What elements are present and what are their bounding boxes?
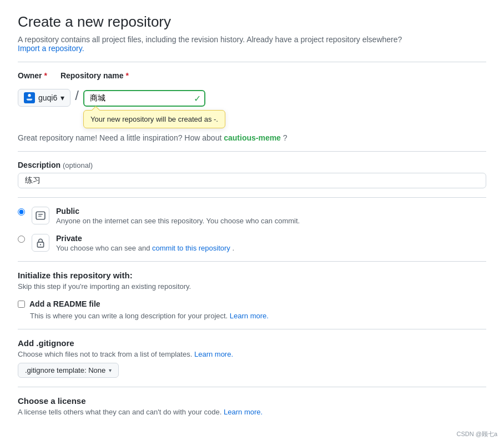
visibility-section: Public Anyone on the internet can see th… — [18, 207, 486, 252]
reponame-label: Repository name * — [61, 71, 129, 80]
owner-name: guqi6 — [38, 93, 57, 102]
page-title: Create a new repository — [18, 13, 486, 31]
public-icon — [32, 207, 49, 224]
owner-fields-row: guqi6 ▾ / ✓ Your new repository will be … — [18, 88, 486, 107]
license-desc: A license tells others what they can and… — [18, 408, 486, 416]
description-input[interactable] — [18, 173, 486, 188]
readme-checkbox[interactable] — [18, 301, 25, 308]
optional-text: (optional) — [63, 161, 93, 169]
gitignore-title: Add .gitignore — [18, 338, 486, 348]
gitignore-learn-more[interactable]: Learn more. — [194, 350, 233, 358]
repo-name-input[interactable] — [83, 90, 205, 107]
divider-visibility — [18, 197, 486, 198]
owner-field-group: Owner * — [18, 71, 47, 83]
watermark: CSDN @顾七a — [456, 430, 497, 438]
description-section: Description (optional) — [18, 161, 486, 188]
owner-avatar-icon — [26, 94, 33, 102]
public-repo-icon — [36, 211, 46, 221]
gitignore-section: Add .gitignore Choose which files not to… — [18, 338, 486, 378]
license-learn-more[interactable]: Learn more. — [224, 408, 263, 416]
readme-learn-more[interactable]: Learn more. — [230, 312, 269, 320]
owner-label: Owner * — [18, 71, 47, 80]
gitignore-caret: ▾ — [109, 367, 112, 373]
private-option: Private You choose who can see and commi… — [18, 234, 486, 252]
private-commit-link[interactable]: commit to this repository — [152, 244, 230, 252]
field-labels-row: Owner * Repository name * — [18, 71, 486, 83]
suggestion-link[interactable]: cautious-meme — [224, 133, 281, 142]
lock-icon — [36, 238, 46, 248]
great-repo-suggestion: Great repository name! Need a little ins… — [18, 133, 486, 142]
initialize-section: Initialize this repository with: Skip th… — [18, 271, 486, 320]
svg-rect-1 — [36, 212, 45, 219]
public-radio[interactable] — [18, 208, 25, 216]
private-content: Private You choose who can see and commi… — [56, 234, 234, 252]
description-label: Description (optional) — [18, 161, 486, 169]
public-label: Public — [56, 207, 300, 216]
import-link[interactable]: Import a repository. — [18, 44, 84, 53]
divider-license — [18, 387, 486, 387]
divider-init — [18, 261, 486, 262]
divider-gitignore — [18, 329, 486, 329]
repo-name-tooltip: Your new repository will be created as -… — [83, 110, 225, 128]
public-content: Public Anyone on the internet can see th… — [56, 207, 300, 225]
readme-desc: This is where you can write a long descr… — [30, 312, 486, 320]
svg-point-3 — [40, 244, 41, 245]
page-subtitle: A repository contains all project files,… — [18, 35, 486, 53]
private-radio[interactable] — [18, 236, 25, 243]
divider-top — [18, 62, 486, 62]
readme-row: Add a README file — [18, 299, 486, 308]
public-desc: Anyone on the internet can see this repo… — [56, 217, 300, 225]
readme-label[interactable]: Add a README file — [29, 299, 100, 308]
gitignore-desc: Choose which files not to track from a l… — [18, 350, 486, 358]
license-section: Choose a license A license tells others … — [18, 396, 486, 416]
slash-divider: / — [75, 88, 79, 107]
reponame-field-group: Repository name * — [61, 71, 129, 83]
checkmark-icon: ✓ — [194, 93, 201, 104]
svg-rect-0 — [27, 99, 33, 100]
private-desc: You choose who can see and commit to thi… — [56, 244, 234, 252]
init-title: Initialize this repository with: — [18, 271, 486, 280]
gitignore-dropdown[interactable]: .gitignore template: None ▾ — [18, 363, 119, 378]
divider-desc — [18, 151, 486, 152]
init-subtitle: Skip this step if you're importing an ex… — [18, 282, 486, 291]
owner-required-star: * — [44, 71, 47, 80]
reponame-required-star: * — [125, 71, 128, 80]
private-label: Private — [56, 234, 234, 243]
license-title: Choose a license — [18, 396, 486, 406]
owner-caret: ▾ — [61, 93, 64, 102]
repo-name-wrapper: ✓ Your new repository will be created as… — [83, 90, 205, 107]
public-option: Public Anyone on the internet can see th… — [18, 207, 486, 225]
private-icon — [32, 234, 49, 252]
owner-repo-section: Owner * Repository name * guqi6 ▾ / — [18, 71, 486, 142]
owner-dropdown[interactable]: guqi6 ▾ — [18, 89, 70, 107]
owner-avatar — [24, 92, 35, 103]
